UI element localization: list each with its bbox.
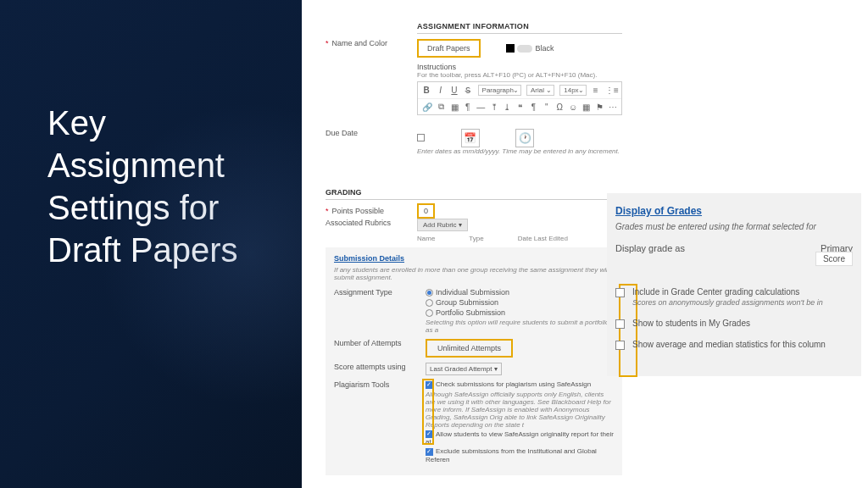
col-date: Date Last Edited: [518, 235, 568, 242]
section-header: ASSIGNMENT INFORMATION: [417, 22, 622, 34]
attempts-label: Number of Attempts: [334, 339, 426, 347]
show-students-checkbox[interactable]: [615, 319, 625, 329]
show-stats-label: Show average and median statistics for t…: [632, 340, 826, 349]
score-using-select[interactable]: Last Graded Attempt: [426, 363, 502, 375]
attach-icon[interactable]: ⧉: [437, 102, 445, 112]
plagiarism-label: Plagiarism Tools: [334, 380, 426, 389]
show-students-label: Show to students in My Grades: [632, 319, 750, 328]
italic-icon[interactable]: I: [436, 86, 444, 95]
numlist-icon[interactable]: ⋮≡: [605, 86, 617, 95]
grading-header: GRADING: [326, 188, 622, 200]
plag-check-c[interactable]: [426, 448, 433, 456]
table-icon[interactable]: ▦: [582, 103, 590, 112]
pilcrow-icon[interactable]: ¶: [530, 103, 537, 112]
col-name: Name: [417, 235, 435, 242]
font-select[interactable]: Arial: [526, 85, 554, 96]
include-calc-note: Scores on anonymously graded assignments…: [632, 298, 853, 307]
paragraph-select[interactable]: Paragraph: [478, 85, 521, 96]
display-as-label: Display grade as: [615, 243, 685, 263]
include-calc-checkbox[interactable]: [615, 288, 625, 297]
col-type: Type: [469, 235, 483, 242]
name-value-highlight: Draft Papers: [417, 39, 481, 58]
more-icon[interactable]: ⋯: [609, 103, 617, 112]
plag-note: Although SafeAssign officially supports …: [426, 391, 614, 429]
bold-icon[interactable]: B: [422, 86, 431, 95]
assignment-type-label: Assignment Type: [334, 288, 426, 297]
image-icon[interactable]: ▦: [450, 103, 458, 112]
radio-group[interactable]: [426, 299, 433, 307]
name-label: Name and Color: [332, 39, 388, 47]
radio-portfolio[interactable]: [426, 309, 433, 317]
calendar-icon[interactable]: 📅: [461, 129, 480, 147]
due-checkbox[interactable]: [417, 134, 425, 141]
emoji-icon[interactable]: ☺: [569, 103, 577, 112]
toolbar-hint: For the toolbar, press ALT+F10 (PC) or A…: [417, 71, 622, 79]
rich-text-toolbar[interactable]: B I U S̶ Paragraph Arial 14px ≡ ⋮≡ 🔗 ⧉ ▦…: [417, 81, 622, 115]
submission-details-link[interactable]: Submission Details: [334, 254, 614, 263]
link-icon[interactable]: 🔗: [422, 103, 432, 112]
display-grades-panel: Display of Grades Grades must be entered…: [607, 193, 861, 376]
omega-icon[interactable]: Ω: [556, 103, 564, 112]
size-select[interactable]: 14px: [559, 85, 586, 96]
due-date-label: Due Date: [326, 129, 417, 137]
plag-highlight: [422, 379, 434, 445]
underline-icon[interactable]: U: [450, 86, 459, 95]
score-select[interactable]: Score: [815, 252, 853, 266]
show-stats-checkbox[interactable]: [615, 341, 625, 350]
display-hint: Grades must be entered using the format …: [615, 222, 853, 231]
submission-hint: If any students are enrolled in more tha…: [334, 266, 614, 281]
quote2-icon[interactable]: ": [542, 103, 550, 112]
para-icon[interactable]: ¶: [464, 103, 471, 112]
clock-icon[interactable]: 🕐: [515, 129, 534, 147]
include-calc-label: Include in Grade Center grading calculat…: [632, 287, 799, 297]
download-icon[interactable]: ⤓: [504, 103, 511, 112]
rubrics-label: Associated Rubrics: [326, 219, 417, 227]
hr-icon[interactable]: —: [476, 103, 485, 112]
slide-title: Key Assignment Settings for Draft Papers: [47, 102, 268, 271]
radio-individual[interactable]: [426, 289, 433, 297]
list-icon[interactable]: ≡: [592, 86, 600, 95]
points-value-highlight[interactable]: 0: [417, 203, 435, 219]
points-label: Points Possible: [332, 207, 385, 215]
instructions-label: Instructions: [417, 63, 622, 71]
strike-icon[interactable]: S̶: [464, 86, 472, 95]
quote-icon[interactable]: ❝: [516, 103, 524, 112]
due-hint: Enter dates as mm/dd/yyyy. Time may be e…: [417, 147, 622, 155]
color-picker[interactable]: Black: [506, 44, 554, 53]
add-rubric-button[interactable]: Add Rubric ▾: [417, 219, 468, 231]
score-using-label: Score attempts using: [334, 363, 426, 371]
assignment-info-panel: ASSIGNMENT INFORMATION *Name and Color D…: [326, 22, 622, 158]
grading-panel: GRADING *Points Possible 0 Associated Ru…: [326, 188, 622, 475]
flag-icon[interactable]: ⚑: [596, 103, 604, 112]
color-swatch: [506, 44, 515, 53]
atype-hint: Selecting this option will require stude…: [426, 319, 614, 334]
attempts-highlight: Unlimited Attempts: [426, 339, 513, 358]
upload-icon[interactable]: ⤒: [490, 103, 498, 112]
display-grades-link[interactable]: Display of Grades: [615, 205, 853, 217]
